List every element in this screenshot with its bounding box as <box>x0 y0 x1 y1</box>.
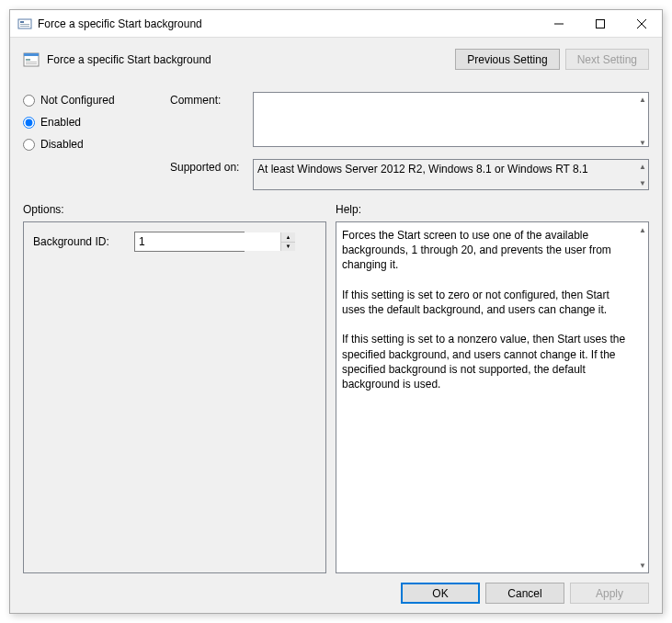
panel-labels: Options: Help: <box>23 203 649 216</box>
scroll-up-icon[interactable]: ▲ <box>637 161 648 172</box>
help-textbox: Forces the Start screen to use one of th… <box>336 221 649 573</box>
help-paragraph: If this setting is set to zero or not co… <box>342 288 633 317</box>
scroll-up-icon[interactable]: ▲ <box>637 224 648 235</box>
supported-label: Supported on: <box>170 159 253 190</box>
comment-textarea[interactable] <box>253 92 649 147</box>
radio-not-configured-input[interactable] <box>23 95 35 107</box>
background-id-row: Background ID: ▲ ▼ <box>33 232 316 252</box>
fields-column: Comment: ▲ ▼ Supported on: At least Wind… <box>170 92 649 190</box>
scroll-down-icon[interactable]: ▼ <box>637 177 648 188</box>
radio-enabled-input[interactable] <box>23 117 35 129</box>
scroll-down-icon[interactable]: ▼ <box>637 560 648 571</box>
dialog-footer: OK Cancel Apply <box>23 573 649 604</box>
radio-enabled[interactable]: Enabled <box>23 116 170 129</box>
supported-text: At least Windows Server 2012 R2, Windows… <box>253 159 649 190</box>
background-id-spinner[interactable]: ▲ ▼ <box>134 232 245 252</box>
titlebar: Force a specific Start background <box>10 10 662 38</box>
spinner-down-button[interactable]: ▼ <box>281 242 295 252</box>
config-area: Not Configured Enabled Disabled Comment:… <box>23 92 649 190</box>
spinner-buttons: ▲ ▼ <box>280 232 295 251</box>
svg-rect-5 <box>596 19 604 28</box>
radio-disabled-input[interactable] <box>23 139 35 151</box>
comment-label: Comment: <box>170 92 253 150</box>
apply-button: Apply <box>570 583 649 604</box>
help-paragraph: Forces the Start screen to use one of th… <box>342 228 633 273</box>
comment-row: Comment: ▲ ▼ <box>170 92 649 150</box>
close-button[interactable] <box>621 10 662 37</box>
svg-rect-11 <box>26 62 37 62</box>
header-row: Force a specific Start background Previo… <box>23 49 649 70</box>
radio-disabled-label: Disabled <box>40 138 84 151</box>
radio-not-configured-label: Not Configured <box>40 94 115 107</box>
cancel-button[interactable]: Cancel <box>485 583 564 604</box>
supported-row: Supported on: At least Windows Server 20… <box>170 159 649 190</box>
ok-button[interactable]: OK <box>401 583 480 604</box>
scroll-down-icon[interactable]: ▼ <box>637 137 648 148</box>
svg-rect-10 <box>26 59 30 61</box>
minimize-button[interactable] <box>538 10 579 37</box>
svg-rect-3 <box>20 26 29 27</box>
help-panel-wrap: Forces the Start screen to use one of th… <box>336 221 649 573</box>
maximize-button[interactable] <box>579 10 621 37</box>
radio-enabled-label: Enabled <box>40 116 81 129</box>
state-radio-group: Not Configured Enabled Disabled <box>23 92 170 190</box>
background-id-input[interactable] <box>135 232 280 251</box>
policy-title: Force a specific Start background <box>47 53 455 66</box>
svg-rect-12 <box>26 63 37 64</box>
gpedit-icon <box>17 17 32 31</box>
dialog-body: Force a specific Start background Previo… <box>10 38 662 613</box>
svg-rect-9 <box>24 53 39 56</box>
dialog-window: Force a specific Start background <box>9 9 663 614</box>
spinner-up-button[interactable]: ▲ <box>281 232 295 242</box>
svg-rect-1 <box>20 21 24 23</box>
svg-rect-2 <box>20 24 29 25</box>
policy-icon <box>23 51 40 68</box>
window-controls <box>538 10 662 37</box>
options-label: Options: <box>23 203 336 216</box>
help-label: Help: <box>336 203 649 216</box>
window-title: Force a specific Start background <box>38 17 538 30</box>
scroll-up-icon[interactable]: ▲ <box>637 94 648 105</box>
next-setting-button: Next Setting <box>565 49 649 70</box>
previous-setting-button[interactable]: Previous Setting <box>455 49 559 70</box>
help-paragraph: If this setting is set to a nonzero valu… <box>342 332 633 391</box>
radio-disabled[interactable]: Disabled <box>23 138 170 151</box>
options-panel: Background ID: ▲ ▼ <box>23 221 326 573</box>
background-id-label: Background ID: <box>33 235 134 248</box>
radio-not-configured[interactable]: Not Configured <box>23 94 170 107</box>
panels-row: Background ID: ▲ ▼ Forces the Start scre… <box>23 221 649 573</box>
